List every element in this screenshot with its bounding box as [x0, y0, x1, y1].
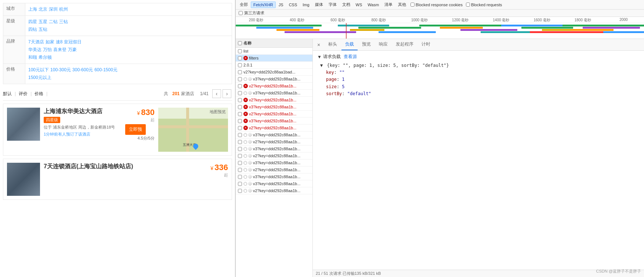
request-checkbox[interactable] [238, 98, 242, 102]
filter-tag[interactable]: 四钻 [28, 26, 37, 33]
filter-tag[interactable]: 600-1500元 [94, 67, 117, 73]
request-checkbox[interactable] [238, 49, 242, 53]
request-checkbox[interactable] [238, 147, 242, 151]
request-item[interactable]: ◯◎v3?key=ddd292c88aa1b... [236, 173, 312, 180]
close-detail-button[interactable]: × [316, 42, 322, 48]
request-item[interactable]: ◯◎v3?key=ddd292c88aa1b... [236, 90, 312, 97]
network-filter-button[interactable]: 字体 [326, 1, 339, 8]
request-item[interactable]: ✕v3?key=ddd292c88aa1b... [236, 104, 312, 111]
request-item[interactable]: list [236, 48, 312, 55]
request-checkbox[interactable] [238, 182, 242, 186]
network-filter-bar: 全部Fetch/XHRJSCSSImg媒体字体文档WSWasm清单其他 Bloc… [236, 0, 644, 10]
request-item[interactable]: ✕v3?key=ddd292c88aa1b... [236, 118, 312, 125]
detail-tab-标头[interactable]: 标头 [325, 39, 341, 50]
filter-tag[interactable]: 1500元以上 [28, 75, 51, 81]
request-checkbox[interactable] [238, 161, 242, 165]
request-checkbox[interactable] [238, 56, 242, 60]
request-item[interactable]: ◯◎v3?key=ddd292c88aa1b... [236, 132, 312, 138]
request-checkbox[interactable] [238, 63, 242, 67]
blocked-response-cookies-filter[interactable]: Blocked response cookies [410, 3, 463, 7]
network-filter-button[interactable]: WS [353, 1, 365, 8]
sort-default[interactable]: 默认 [3, 91, 12, 97]
network-filter-button[interactable]: 媒体 [312, 1, 326, 8]
request-checkbox[interactable] [238, 112, 242, 116]
filter-tag[interactable]: 万怡 [43, 47, 52, 53]
request-checkbox[interactable] [238, 126, 242, 130]
request-item[interactable]: ◯◎v2?key=ddd292c88aa1b... [236, 152, 312, 159]
view-source-link[interactable]: 查看源 [344, 54, 357, 60]
network-filter-button[interactable]: 文档 [340, 1, 353, 8]
filter-tag[interactable]: 速8 [56, 39, 63, 45]
filter-tag[interactable]: 华美达 [28, 47, 41, 53]
prev-page-button[interactable]: ‹ [212, 89, 221, 98]
request-checkbox[interactable] [238, 175, 242, 179]
filter-tag[interactable]: 三钻 [59, 19, 68, 25]
detail-tab-预览[interactable]: 预览 [358, 39, 375, 50]
next-page-button[interactable]: › [222, 89, 231, 98]
request-item[interactable]: ✕v2?key=ddd292c88aa1b... [236, 111, 312, 118]
request-item[interactable]: 2.0.1 [236, 62, 312, 69]
network-filter-button[interactable]: 清单 [382, 1, 395, 8]
request-item[interactable]: ◯◎v2?key=ddd292c88aa1b... [236, 166, 312, 173]
filter-tag[interactable]: 深圳 [49, 6, 58, 12]
filter-tag[interactable]: 五钻 [39, 26, 47, 33]
request-item[interactable]: ◯◎v3?key=ddd292c88aa1b... [236, 159, 312, 166]
request-item[interactable]: ◯◎v2?key=ddd292c88aa1b... [236, 187, 312, 194]
sort-rating[interactable]: 评价 [19, 91, 28, 97]
sort-price[interactable]: 价格 [35, 91, 43, 97]
filter-tag[interactable]: 如家 [46, 39, 54, 45]
request-checkbox[interactable] [238, 168, 242, 172]
request-item[interactable]: ✕v2?key=ddd292c88aa1b... [236, 97, 312, 104]
network-filter-button[interactable]: Img [300, 1, 312, 8]
filter-tag[interactable]: 和颐 [28, 54, 37, 61]
filter-tag[interactable]: 二钻 [49, 19, 58, 25]
filter-tag[interactable]: 四星 [28, 19, 37, 25]
request-checkbox[interactable] [238, 77, 242, 81]
request-checkbox[interactable] [238, 91, 242, 95]
third-party-checkbox[interactable] [239, 11, 243, 15]
network-filter-button[interactable]: Wasm [365, 1, 381, 8]
filter-tag[interactable]: 喜来登 [53, 47, 66, 53]
filter-tag[interactable]: 北京 [39, 6, 47, 12]
detail-tab-响应[interactable]: 响应 [375, 39, 391, 50]
request-item[interactable]: ◯◎v2?key=ddd292c88aa1b... [236, 138, 312, 145]
request-item[interactable]: v2?key=ddd292c88aa1bad... [236, 69, 312, 76]
select-all-checkbox[interactable] [238, 41, 242, 45]
filter-tag[interactable]: 7天酒店 [28, 39, 44, 45]
filter-tag[interactable]: 希尔顿 [39, 54, 52, 61]
request-checkbox[interactable] [238, 84, 242, 88]
filter-tag[interactable]: 300-600元 [72, 67, 93, 73]
filter-tag[interactable]: 100-300元 [50, 67, 71, 73]
request-item[interactable]: ◯◎v3?key=ddd292c88aa1b... [236, 145, 312, 152]
request-type-icon: ◎ [248, 189, 252, 193]
network-filter-button[interactable]: 全部 [237, 1, 250, 8]
request-checkbox[interactable] [238, 105, 242, 109]
network-filter-button[interactable]: 其他 [395, 1, 409, 8]
request-item[interactable]: ◯◎v3?key=ddd292c88aa1b... [236, 76, 312, 83]
request-checkbox[interactable] [238, 70, 242, 74]
network-filter-button[interactable]: Fetch/XHR [251, 1, 276, 8]
detail-tab-负载[interactable]: 负载 [341, 39, 358, 50]
request-item[interactable]: ✕v2?key=ddd292c88aa1b... [236, 125, 312, 132]
request-checkbox[interactable] [238, 189, 242, 193]
request-item[interactable]: ◯◎v3?key=ddd292c88aa1b... [236, 180, 312, 187]
network-filter-button[interactable]: JS [276, 1, 286, 8]
request-checkbox[interactable] [238, 140, 242, 144]
filter-tag[interactable]: 杭州 [59, 6, 68, 12]
request-item[interactable]: ✕filters [236, 55, 312, 62]
filter-tag[interactable]: 上海 [28, 6, 37, 12]
filter-tag[interactable]: 100元以下 [28, 67, 49, 73]
network-filter-button[interactable]: CSS [286, 1, 300, 8]
request-checkbox[interactable] [238, 133, 242, 137]
timeline-marker [346, 23, 347, 39]
book-button[interactable]: 立即预 [125, 124, 146, 135]
filter-tag[interactable]: 皇冠假日 [64, 39, 82, 45]
request-checkbox[interactable] [238, 119, 242, 123]
filter-tag[interactable]: 五星 [39, 19, 47, 25]
detail-tab-计时[interactable]: 计时 [418, 39, 434, 50]
request-checkbox[interactable] [238, 154, 242, 158]
filter-tag[interactable]: 万豪 [68, 47, 77, 53]
blocked-requests-filter[interactable]: Blocked requests [466, 3, 502, 7]
detail-tab-发起程序[interactable]: 发起程序 [392, 39, 417, 50]
request-item[interactable]: ✕v2?key=ddd292c88aa1b... [236, 83, 312, 90]
